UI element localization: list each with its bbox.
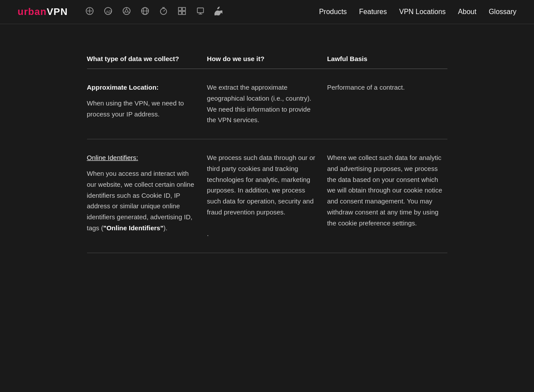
row1-col2-body: We extract the approximate geographical … (207, 83, 312, 123)
col-header-lawful-basis: Lawful Basis (327, 51, 447, 69)
row2-col1: Online Identifiers: When you access and … (87, 139, 207, 253)
col-header-data-type: What type of data we collect? (87, 51, 207, 69)
col-header-usage: How do we use it? (207, 51, 327, 69)
svg-point-6 (125, 10, 128, 12)
ad-icon[interactable]: AD (104, 7, 113, 18)
row2-col1-body: When you access and interact with our we… (87, 170, 194, 232)
row1-col2: We extract the approximate geographical … (207, 69, 327, 139)
row2-col2: We process such data through our or thir… (207, 139, 327, 253)
table-row: Approximate Location: When using the VPN… (87, 69, 447, 139)
table-header-row: What type of data we collect? How do we … (87, 51, 447, 69)
grid-icon[interactable] (178, 7, 186, 18)
nav-link-products[interactable]: Products (319, 8, 347, 16)
globe-icon[interactable] (141, 7, 149, 18)
row1-col3: Performance of a contract. (327, 69, 447, 139)
nav-link-features[interactable]: Features (359, 8, 387, 16)
apple-icon[interactable] (214, 7, 222, 18)
timer-icon[interactable] (159, 7, 168, 18)
search-icon[interactable] (85, 7, 94, 18)
svg-rect-17 (178, 7, 182, 11)
nav-links: Products Features VPN Locations About Gl… (319, 8, 516, 16)
nav-platform-icons: AD (85, 7, 319, 18)
row2-col2-body: We process such data through our or thir… (207, 154, 316, 237)
svg-rect-19 (178, 11, 182, 15)
svg-line-8 (128, 11, 130, 13)
nav-link-about[interactable]: About (458, 8, 476, 16)
logo-urban: urban (18, 6, 47, 17)
svg-rect-21 (197, 8, 203, 13)
device-icon[interactable] (196, 7, 205, 18)
svg-text:AD: AD (106, 10, 112, 14)
row1-title: Approximate Location: (87, 82, 198, 93)
navbar: urbanVPN AD (0, 0, 534, 24)
row2-col3: Where we collect such data for analytic … (327, 139, 447, 253)
svg-line-15 (163, 10, 165, 11)
row1-col3-body: Performance of a contract. (327, 83, 405, 91)
row1-col1-body: When using the VPN, we need to process y… (87, 99, 184, 118)
table-row: Online Identifiers: When you access and … (87, 139, 447, 253)
svg-rect-20 (182, 11, 185, 15)
privacy-table: What type of data we collect? How do we … (87, 51, 447, 253)
main-content: What type of data we collect? How do we … (69, 24, 465, 279)
row2-title[interactable]: Online Identifiers: (87, 152, 198, 163)
logo-vpn: VPN (47, 6, 68, 17)
chrome-icon[interactable] (122, 7, 131, 18)
svg-line-9 (124, 11, 125, 13)
nav-link-vpn-locations[interactable]: VPN Locations (399, 8, 446, 16)
inline-bold-text: "Online Identifiers" (103, 224, 163, 232)
logo[interactable]: urbanVPN (18, 6, 68, 18)
svg-rect-18 (182, 7, 185, 11)
row1-col1: Approximate Location: When using the VPN… (87, 69, 207, 139)
row2-col3-body: Where we collect such data for analytic … (327, 154, 442, 227)
nav-link-glossary[interactable]: Glossary (489, 8, 516, 16)
